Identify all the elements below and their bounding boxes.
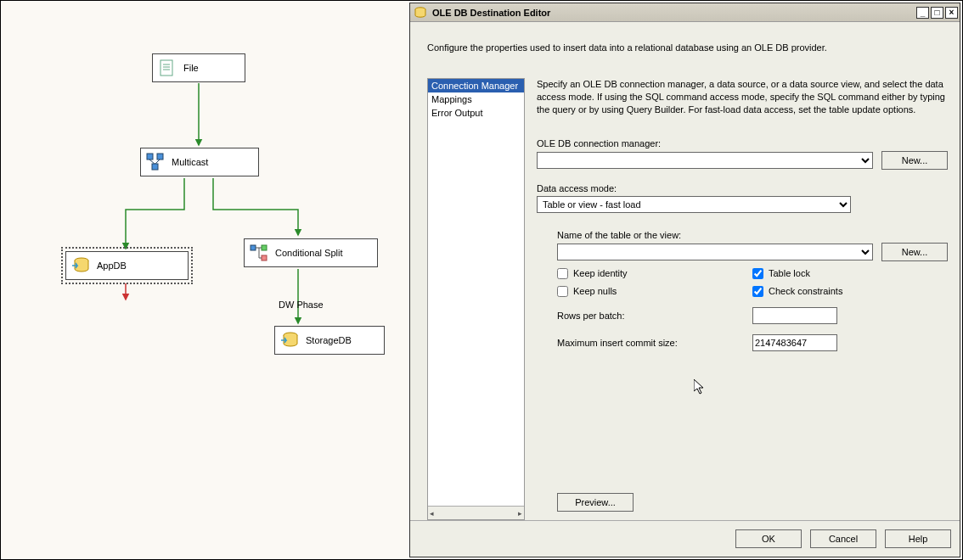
multicast-icon <box>144 151 166 173</box>
oledb-destination-icon <box>279 329 301 351</box>
table-name-label: Name of the table or the view: <box>557 230 948 240</box>
svg-rect-9 <box>152 164 158 170</box>
path-label-dw-phase: DW Phase <box>279 300 324 310</box>
dialog-intro: Configure the properties used to insert … <box>427 42 953 53</box>
nav-list: Connection Manager Mappings Error Output… <box>427 78 525 520</box>
access-mode-select[interactable]: Table or view - fast load <box>537 196 851 213</box>
minimize-button[interactable]: _ <box>916 7 929 19</box>
svg-rect-14 <box>262 245 267 250</box>
conditional-split-icon <box>248 242 270 264</box>
rows-per-batch-input[interactable] <box>752 307 837 324</box>
conn-mgr-label: OLE DB connection manager: <box>537 138 948 148</box>
check-constraints-row[interactable]: Check constraints <box>752 286 948 297</box>
node-multicast[interactable]: Multicast <box>140 148 259 176</box>
dialog-title: OLE DB Destination Editor <box>432 8 916 18</box>
node-label: Conditional Split <box>275 248 343 258</box>
preview-button[interactable]: Preview... <box>557 493 634 512</box>
oledb-destination-editor-dialog: OLE DB Destination Editor _ □ × Configur… <box>409 3 960 557</box>
access-mode-label: Data access mode: <box>537 183 948 193</box>
svg-line-10 <box>149 160 155 164</box>
oledb-destination-icon <box>70 255 92 277</box>
node-appdb[interactable]: AppDB <box>65 251 189 280</box>
close-button[interactable]: × <box>945 7 958 19</box>
node-label: StorageDB <box>306 335 352 345</box>
keep-identity-checkbox[interactable] <box>557 268 568 279</box>
ok-button[interactable]: OK <box>735 529 802 548</box>
file-source-icon <box>156 57 178 79</box>
new-table-button[interactable]: New... <box>881 243 948 261</box>
svg-line-11 <box>155 160 160 164</box>
node-label: AppDB <box>97 260 127 271</box>
keep-identity-row[interactable]: Keep identity <box>557 268 752 279</box>
panel-description: Specify an OLE DB connection manager, a … <box>537 78 948 116</box>
keep-nulls-label: Keep nulls <box>573 286 617 296</box>
check-constraints-checkbox[interactable] <box>752 286 763 297</box>
svg-rect-15 <box>262 255 267 260</box>
keep-nulls-checkbox[interactable] <box>557 286 568 297</box>
svg-rect-13 <box>251 245 256 250</box>
node-label: File <box>183 63 199 73</box>
svg-rect-8 <box>157 154 163 160</box>
max-commit-label: Maximum insert commit size: <box>557 338 752 348</box>
svg-rect-7 <box>147 154 153 160</box>
node-label: Multicast <box>172 157 208 167</box>
table-lock-label: Table lock <box>769 268 810 278</box>
dataflow-canvas[interactable]: File Multicast AppDB Conditional Split D… <box>1 1 408 559</box>
nav-item-error-output[interactable]: Error Output <box>428 106 524 120</box>
table-name-select[interactable] <box>557 244 873 260</box>
new-connection-button[interactable]: New... <box>881 151 948 170</box>
node-conditional-split[interactable]: Conditional Split <box>244 238 378 267</box>
table-lock-row[interactable]: Table lock <box>752 268 948 279</box>
table-lock-checkbox[interactable] <box>752 268 763 279</box>
nav-item-connection-manager[interactable]: Connection Manager <box>428 79 524 92</box>
node-storagedb[interactable]: StorageDB <box>274 326 385 355</box>
svg-rect-3 <box>160 60 172 76</box>
nav-scrollbar[interactable]: ◂▸ <box>428 506 524 519</box>
dialog-footer: OK Cancel Help <box>410 520 960 557</box>
node-file[interactable]: File <box>152 53 245 82</box>
titlebar[interactable]: OLE DB Destination Editor _ □ × <box>410 3 960 22</box>
conn-mgr-select[interactable] <box>537 152 873 169</box>
keep-nulls-row[interactable]: Keep nulls <box>557 286 752 297</box>
maximize-button[interactable]: □ <box>931 7 943 19</box>
cancel-button[interactable]: Cancel <box>810 529 876 548</box>
rows-per-batch-label: Rows per batch: <box>557 311 752 321</box>
keep-identity-label: Keep identity <box>573 268 628 278</box>
dialog-icon <box>414 6 427 20</box>
help-button[interactable]: Help <box>885 529 951 548</box>
nav-item-mappings[interactable]: Mappings <box>428 92 524 106</box>
max-commit-input[interactable] <box>752 334 837 351</box>
check-constraints-label: Check constraints <box>769 286 842 296</box>
